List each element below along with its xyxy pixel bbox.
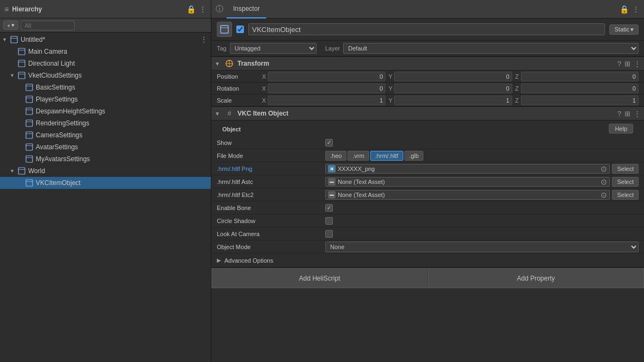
svg-rect-10 <box>26 96 33 103</box>
look-at-camera-checkbox[interactable] <box>325 230 333 238</box>
file-mode-glb-button[interactable]: .glb <box>404 151 424 161</box>
tree-item-label: BasicSettings <box>36 84 75 91</box>
add-property-button[interactable]: Add Property <box>428 268 644 288</box>
file-mode-row: File Mode .heo .vrm .hrm/.hltf .glb <box>211 149 644 162</box>
hrm-png-dot-icon[interactable]: ⊙ <box>601 164 607 173</box>
look-at-camera-row: Look At Camera <box>211 227 644 240</box>
position-y-input[interactable] <box>394 72 512 81</box>
transform-more-icon[interactable]: ⋮ <box>634 60 641 68</box>
vkc-help-icon[interactable]: ? <box>617 110 621 118</box>
inspector-lock-icon[interactable]: 🔒 <box>620 5 629 13</box>
svg-rect-6 <box>18 72 25 79</box>
tree-object-icon <box>10 35 18 44</box>
vkc-section-title: VKC Item Object <box>237 110 614 117</box>
object-mode-select[interactable]: None <box>325 242 639 252</box>
circle-shadow-row: Circle Shadow <box>211 214 644 227</box>
vkc-more-icon[interactable]: ⋮ <box>634 110 641 118</box>
file-mode-heo-button[interactable]: .heo <box>325 151 346 161</box>
vkc-settings-icon[interactable]: ⊞ <box>624 110 630 118</box>
position-z-input[interactable] <box>521 72 639 81</box>
hierarchy-item-main-camera[interactable]: Main Camera <box>0 46 211 58</box>
hrm-etc2-select-button[interactable]: Select <box>612 190 639 200</box>
tag-layer-row: Tag Untagged Layer Default <box>211 41 644 56</box>
tag-select[interactable]: Untagged <box>230 43 317 54</box>
hrm-astc-asset-text: None (Text Asset) <box>338 179 598 185</box>
scale-label: Scale <box>217 97 260 104</box>
hierarchy-item-basic-settings[interactable]: BasicSettings <box>0 81 211 93</box>
hierarchy-item-rendering-settings[interactable]: RenderingSettings <box>0 117 211 129</box>
svg-rect-24 <box>26 180 33 186</box>
hierarchy-item-my-avatars-settings[interactable]: MyAvatarsSettings <box>0 153 211 165</box>
add-heliscript-button[interactable]: Add HeliScript <box>211 268 428 288</box>
scale-x-input[interactable] <box>268 96 385 105</box>
help-button[interactable]: Help <box>609 124 633 134</box>
inspector-tab-icon: ⓘ <box>216 4 223 14</box>
hierarchy-item-despawn-height-settings[interactable]: DespawnHeightSettings <box>0 105 211 117</box>
tree-object-icon <box>25 179 34 187</box>
add-object-button[interactable]: + ▾ <box>3 21 18 30</box>
rotation-y-input[interactable] <box>394 84 512 93</box>
static-button[interactable]: Static ▾ <box>609 24 639 35</box>
more-icon[interactable]: ⋮ <box>199 5 207 13</box>
tag-label: Tag <box>217 45 227 52</box>
scale-y-input[interactable] <box>394 96 512 105</box>
layer-label: Layer <box>325 45 340 52</box>
lock-icon[interactable]: 🔒 <box>186 5 196 13</box>
hierarchy-item-world[interactable]: ▼World <box>0 165 211 177</box>
advanced-options-row[interactable]: ▶ Advanced Options <box>211 253 644 268</box>
hrm-png-asset-field: ▣ XXXXXX_png ⊙ <box>325 164 610 174</box>
circle-shadow-checkbox[interactable] <box>325 217 333 225</box>
hierarchy-item-untitled[interactable]: ▼Untitled*⋮ <box>0 34 211 46</box>
tree-item-label: VketCloudSettings <box>28 72 82 79</box>
transform-help-icon[interactable]: ? <box>617 60 621 68</box>
inspector-more-icon[interactable]: ⋮ <box>632 5 640 13</box>
hierarchy-header: ≡ Hierarchy 🔒 ⋮ <box>0 0 211 18</box>
hrm-etc2-asset-text: None (Text Asset) <box>338 192 598 198</box>
object-name-input[interactable] <box>248 23 605 35</box>
hierarchy-item-vket-cloud-settings[interactable]: ▼VketCloudSettings <box>0 69 211 81</box>
hierarchy-item-player-settings[interactable]: PlayerSettings <box>0 93 211 105</box>
hierarchy-item-vkc-item-object[interactable]: VKCItemObject <box>0 177 211 189</box>
hrm-astc-select-button[interactable]: Select <box>612 177 639 187</box>
transform-section-actions: ? ⊞ ⋮ <box>617 60 641 68</box>
scale-z-input[interactable] <box>521 96 639 105</box>
rx-letter: X <box>260 85 268 92</box>
svg-rect-8 <box>26 84 33 91</box>
object-mode-row: Object Mode None <box>211 240 644 253</box>
plus-icon: + <box>7 22 10 29</box>
enable-bone-checkbox[interactable] <box>325 204 333 212</box>
object-mode-label: Object Mode <box>217 244 325 250</box>
y-letter: Y <box>387 73 394 80</box>
hrm-etc2-dot-icon[interactable]: ⊙ <box>601 190 607 199</box>
layer-select[interactable]: Default <box>343 43 639 54</box>
hierarchy-item-directional-light[interactable]: Directional Light <box>0 58 211 69</box>
transform-arrow-icon: ▼ <box>215 61 221 67</box>
sy-letter: Y <box>387 97 394 104</box>
tree-object-icon <box>25 143 34 151</box>
hierarchy-search-input[interactable] <box>21 21 75 30</box>
file-mode-hrm-button[interactable]: .hrm/.hltf <box>370 151 403 161</box>
object-enabled-checkbox[interactable] <box>236 26 244 33</box>
tree-item-label: Untitled* <box>21 36 45 43</box>
position-y-field: Y <box>387 72 512 81</box>
svg-rect-0 <box>11 36 17 43</box>
inspector-tab[interactable]: Inspector <box>227 0 266 18</box>
object-icon <box>217 22 232 37</box>
hrm-png-select-button[interactable]: Select <box>612 164 639 174</box>
svg-rect-14 <box>26 120 33 126</box>
hierarchy-item-avatar-settings[interactable]: AvatarSettings <box>0 141 211 153</box>
file-mode-vrm-button[interactable]: .vrm <box>347 151 369 161</box>
show-checkbox[interactable] <box>325 139 333 147</box>
transform-settings-icon[interactable]: ⊞ <box>624 60 630 68</box>
rotation-z-input[interactable] <box>521 84 639 93</box>
tree-item-label: AvatarSettings <box>36 143 78 151</box>
hierarchy-item-camera-settings[interactable]: CameraSettings <box>0 129 211 141</box>
scale-row: Scale X Y Z <box>211 94 644 106</box>
transform-section-header: ▼ Transform ? ⊞ ⋮ <box>211 56 644 71</box>
hrm-astc-dot-icon[interactable]: ⊙ <box>601 177 607 186</box>
object-mode-value: None <box>325 242 639 252</box>
rotation-x-input[interactable] <box>268 84 385 93</box>
tree-item-more-icon[interactable]: ⋮ <box>200 35 208 44</box>
tree-item-label: DespawnHeightSettings <box>36 107 105 115</box>
position-x-input[interactable] <box>268 72 385 81</box>
